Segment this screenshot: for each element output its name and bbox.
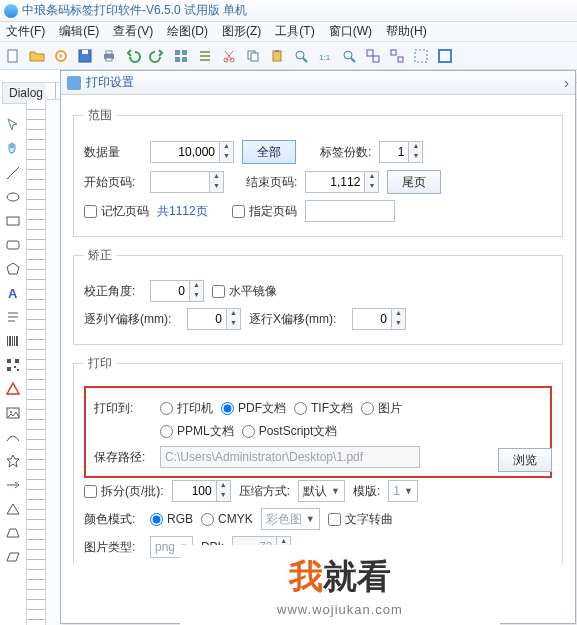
menu-bar: 文件(F) 编辑(E) 查看(V) 绘图(D) 图形(Z) 工具(T) 窗口(W…	[0, 22, 577, 42]
svg-rect-8	[175, 50, 180, 55]
new-icon[interactable]	[4, 47, 22, 65]
menu-shape[interactable]: 图形(Z)	[222, 23, 261, 40]
zoom-100-icon[interactable]: 1:1	[316, 47, 334, 65]
print-icon[interactable]	[100, 47, 118, 65]
select-all-icon[interactable]	[412, 47, 430, 65]
menu-view[interactable]: 查看(V)	[113, 23, 153, 40]
save-icon[interactable]	[76, 47, 94, 65]
svg-rect-11	[182, 57, 187, 62]
menu-window[interactable]: 窗口(W)	[329, 23, 372, 40]
menu-help[interactable]: 帮助(H)	[386, 23, 427, 40]
svg-point-24	[344, 51, 352, 59]
svg-rect-20	[275, 50, 279, 52]
border-icon[interactable]	[436, 47, 454, 65]
settings-gear-icon[interactable]	[52, 47, 70, 65]
menu-edit[interactable]: 编辑(E)	[59, 23, 99, 40]
ungroup-icon[interactable]	[388, 47, 406, 65]
app-title: 中琅条码标签打印软件-V6.5.0 试用版 单机	[22, 2, 247, 19]
open-icon[interactable]	[28, 47, 46, 65]
group-icon[interactable]	[364, 47, 382, 65]
svg-rect-9	[182, 50, 187, 55]
svg-text:1:1: 1:1	[319, 53, 331, 62]
menu-draw[interactable]: 绘图(D)	[167, 23, 208, 40]
copy-icon[interactable]	[244, 47, 262, 65]
svg-rect-26	[367, 50, 373, 56]
list-icon[interactable]	[196, 47, 214, 65]
svg-rect-29	[398, 57, 403, 62]
svg-rect-19	[273, 51, 281, 61]
zoom-in-icon[interactable]	[292, 47, 310, 65]
svg-rect-28	[391, 50, 396, 55]
svg-rect-18	[251, 53, 258, 61]
svg-point-2	[60, 54, 63, 57]
undo-icon[interactable]	[124, 47, 142, 65]
svg-rect-10	[175, 57, 180, 62]
menu-file[interactable]: 文件(F)	[6, 23, 45, 40]
paste-icon[interactable]	[268, 47, 286, 65]
grid-icon[interactable]	[172, 47, 190, 65]
svg-rect-7	[106, 58, 112, 61]
svg-line-25	[351, 58, 355, 62]
menu-tool[interactable]: 工具(T)	[275, 23, 314, 40]
svg-rect-31	[439, 50, 451, 62]
app-icon	[4, 4, 18, 18]
svg-rect-30	[415, 50, 427, 62]
title-bar: 中琅条码标签打印软件-V6.5.0 试用版 单机	[0, 0, 577, 22]
svg-rect-0	[8, 50, 17, 62]
svg-rect-6	[106, 51, 112, 54]
zoom-out-icon[interactable]	[340, 47, 358, 65]
svg-line-22	[303, 58, 307, 62]
svg-point-21	[296, 51, 304, 59]
cut-icon[interactable]	[220, 47, 238, 65]
redo-icon[interactable]	[148, 47, 166, 65]
svg-rect-27	[373, 56, 379, 62]
svg-rect-4	[82, 50, 88, 54]
main-toolbar: 1:1	[0, 42, 577, 70]
